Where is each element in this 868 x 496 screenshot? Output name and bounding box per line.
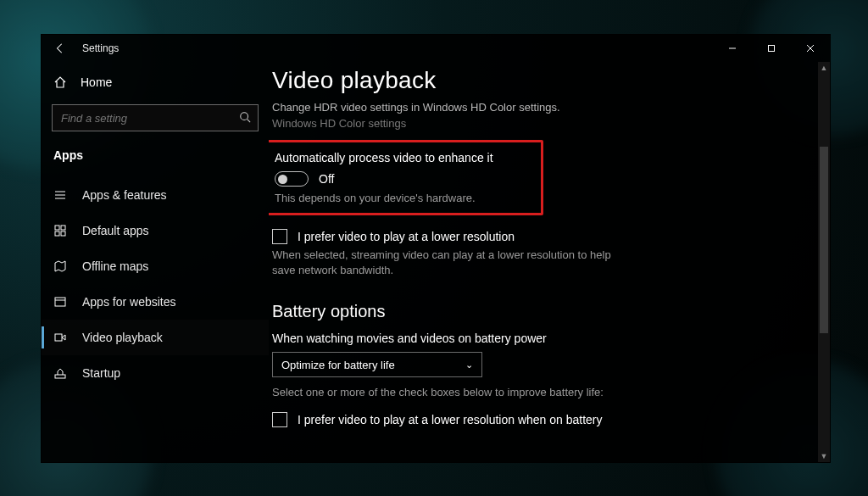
svg-line-5 — [248, 119, 251, 122]
nav-label: Default apps — [82, 224, 149, 237]
window-controls — [713, 35, 830, 62]
list-icon — [53, 188, 67, 202]
auto-enhance-toggle[interactable] — [275, 171, 309, 187]
svg-rect-11 — [55, 231, 59, 236]
nav-label: Apps & features — [82, 188, 167, 202]
home-icon — [53, 75, 67, 89]
scrollbar-track[interactable]: ▲ ▼ — [818, 62, 830, 462]
auto-enhance-label: Automatically process video to enhance i… — [275, 151, 529, 164]
minimize-button[interactable] — [713, 35, 752, 62]
arrow-left-icon — [54, 42, 66, 54]
page-title: Video playback — [272, 67, 806, 94]
sidebar: Home Apps Apps & features Default apps — [42, 62, 269, 462]
scroll-down-button[interactable]: ▼ — [818, 450, 830, 462]
svg-rect-16 — [55, 375, 65, 378]
nav-apps-features[interactable]: Apps & features — [42, 177, 269, 213]
video-icon — [53, 331, 67, 344]
battery-sub-label: When watching movies and videos on batte… — [272, 332, 806, 345]
close-icon — [806, 44, 815, 53]
lower-res-helper: When selected, streaming video can play … — [272, 248, 628, 278]
startup-icon — [53, 366, 67, 380]
search-input[interactable] — [61, 112, 239, 125]
svg-rect-9 — [55, 226, 59, 230]
svg-rect-15 — [55, 334, 62, 341]
hdr-settings-link[interactable]: Windows HD Color settings — [272, 117, 806, 130]
auto-enhance-helper: This depends on your device's hardware. — [275, 192, 529, 204]
svg-rect-10 — [61, 226, 65, 230]
home-label: Home — [81, 75, 112, 89]
nav-apps-for-websites[interactable]: Apps for websites — [42, 284, 269, 320]
back-button[interactable] — [42, 35, 79, 62]
scrollbar-thumb[interactable] — [820, 147, 828, 333]
nav-label: Offline maps — [82, 259, 148, 273]
nav-label: Apps for websites — [82, 295, 176, 309]
nav-label: Startup — [82, 366, 120, 380]
nav-startup[interactable]: Startup — [42, 355, 269, 391]
chevron-down-icon: ⌄ — [465, 359, 473, 371]
battery-heading: Battery options — [272, 302, 806, 321]
battery-select-value: Optimize for battery life — [281, 359, 395, 371]
lower-res-checkbox[interactable] — [272, 229, 287, 244]
toggle-knob — [278, 175, 287, 184]
search-box[interactable] — [52, 104, 259, 131]
lower-res-label: I prefer video to play at a lower resolu… — [298, 230, 515, 243]
nav-offline-maps[interactable]: Offline maps — [42, 248, 269, 284]
svg-rect-13 — [55, 298, 65, 306]
minimize-icon — [728, 44, 737, 53]
search-icon — [239, 111, 251, 125]
svg-rect-1 — [769, 46, 775, 52]
svg-point-4 — [241, 112, 248, 120]
window-title: Settings — [82, 42, 119, 54]
maximize-button[interactable] — [752, 35, 791, 62]
battery-select-helper: Select one or more of the check boxes be… — [272, 386, 806, 398]
websites-icon — [53, 295, 67, 309]
lower-res-battery-label: I prefer video to play at a lower resolu… — [298, 413, 603, 426]
scroll-up-button[interactable]: ▲ — [818, 62, 830, 74]
close-button[interactable] — [791, 35, 830, 62]
battery-select[interactable]: Optimize for battery life ⌄ — [272, 352, 482, 377]
svg-rect-12 — [61, 231, 65, 236]
nav-list: Apps & features Default apps Offline map… — [42, 177, 269, 391]
auto-enhance-state: Off — [319, 172, 334, 186]
settings-window: Settings Home Apps Apps & featu — [41, 34, 831, 463]
maximize-icon — [767, 44, 776, 53]
map-icon — [53, 259, 67, 273]
hdr-description: Change HDR video settings in Windows HD … — [272, 101, 806, 114]
nav-default-apps[interactable]: Default apps — [42, 213, 269, 248]
titlebar: Settings — [42, 35, 830, 62]
default-apps-icon — [53, 224, 67, 237]
lower-res-battery-checkbox[interactable] — [272, 412, 287, 427]
highlight-annotation: Automatically process video to enhance i… — [269, 140, 543, 215]
nav-video-playback[interactable]: Video playback — [42, 320, 269, 355]
home-nav[interactable]: Home — [42, 65, 269, 99]
main-content: Video playback Change HDR video settings… — [269, 62, 830, 462]
category-label: Apps — [42, 140, 269, 170]
nav-label: Video playback — [82, 331, 163, 344]
